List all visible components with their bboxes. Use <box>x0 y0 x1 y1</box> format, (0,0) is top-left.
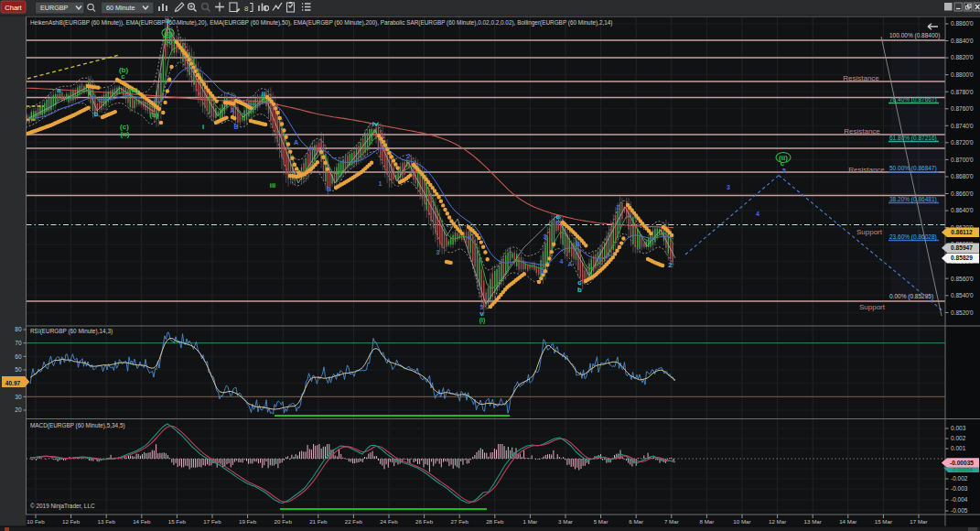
svg-text:0.85947: 0.85947 <box>951 244 973 251</box>
svg-text:-0.004: -0.004 <box>951 496 968 503</box>
svg-text:50.00% (0.86847): 50.00% (0.86847) <box>889 165 937 172</box>
svg-text:(a): (a) <box>129 86 138 94</box>
svg-text:Resistance: Resistance <box>843 74 879 82</box>
svg-text:0.8800'0: 0.8800'0 <box>951 71 974 78</box>
svg-text:A: A <box>230 107 234 114</box>
svg-text:4: 4 <box>756 211 759 217</box>
svg-text:a: a <box>57 86 61 94</box>
svg-text:70: 70 <box>15 340 22 346</box>
svg-text:-0.00054: -0.00054 <box>951 467 973 472</box>
svg-text:50: 50 <box>15 366 22 373</box>
svg-text:13 Mar: 13 Mar <box>804 518 822 525</box>
svg-text:21 Feb: 21 Feb <box>309 518 328 525</box>
svg-text:0.003: 0.003 <box>951 425 966 431</box>
svg-text:c: c <box>262 97 265 103</box>
svg-text:10 Feb: 10 Feb <box>27 518 45 525</box>
svg-text:76.40% (0.87667): 76.40% (0.87667) <box>889 96 937 103</box>
svg-text:1: 1 <box>616 204 619 211</box>
svg-text:100.00% (0.88400): 100.00% (0.88400) <box>889 32 940 39</box>
svg-text:Support: Support <box>859 303 886 311</box>
svg-text:2: 2 <box>541 268 544 275</box>
svg-text:8: 8 <box>244 5 249 13</box>
svg-text:RSI(EURGBP (60 Minute),14,3): RSI(EURGBP (60 Minute),14,3) <box>30 328 113 335</box>
svg-text:b: b <box>94 110 99 118</box>
svg-text:-0.005: -0.005 <box>951 507 968 514</box>
svg-text:c: c <box>89 90 92 96</box>
svg-text:0.8820'0: 0.8820'0 <box>951 54 974 60</box>
svg-text:60: 60 <box>15 353 22 360</box>
svg-text:0.8560'0: 0.8560'0 <box>951 276 974 282</box>
svg-text:7 Mar: 7 Mar <box>664 518 679 525</box>
svg-text:EURGBP: EURGBP <box>40 4 69 12</box>
svg-text:15 Feb: 15 Feb <box>168 518 187 525</box>
svg-text:10 Mar: 10 Mar <box>733 518 750 525</box>
svg-text:0.86112: 0.86112 <box>951 229 973 235</box>
svg-text:Resistance: Resistance <box>844 127 880 135</box>
svg-text:38.20% (0.86481): 38.20% (0.86481) <box>889 196 937 203</box>
svg-text:30: 30 <box>15 394 22 400</box>
svg-text:0.8700'0: 0.8700'0 <box>951 157 974 163</box>
svg-text:© 2019 NinjaTrader, LLC: © 2019 NinjaTrader, LLC <box>30 503 95 510</box>
svg-text:0.8520'0: 0.8520'0 <box>951 309 974 316</box>
svg-text:1: 1 <box>509 247 512 254</box>
svg-text:4: 4 <box>468 234 472 241</box>
svg-text:0.8760'0: 0.8760'0 <box>951 105 974 112</box>
svg-text:-0.002: -0.002 <box>951 475 968 482</box>
svg-text:15 Mar: 15 Mar <box>875 518 892 525</box>
svg-text:MACD(EURGBP (60 Minute),5,34,5: MACD(EURGBP (60 Minute),5,34,5) <box>30 422 125 429</box>
svg-text:80: 80 <box>15 326 22 332</box>
svg-text:13 Feb: 13 Feb <box>98 518 116 525</box>
svg-text:(z): (z) <box>165 30 172 38</box>
svg-text:HeikenAshi8(EURGBP (60 Minute): HeikenAshi8(EURGBP (60 Minute)), EMA(EUR… <box>30 19 612 27</box>
svg-text:B: B <box>327 186 331 192</box>
svg-text:0.8740'0: 0.8740'0 <box>951 123 974 129</box>
svg-text:Support: Support <box>856 228 883 236</box>
svg-text:(i): (i) <box>479 317 486 324</box>
svg-text:0.002: 0.002 <box>951 435 966 441</box>
svg-text:17 Mar: 17 Mar <box>910 518 927 525</box>
svg-text:iii: iii <box>270 181 276 190</box>
svg-text:61.80% (0.87216): 61.80% (0.87216) <box>889 135 937 142</box>
svg-text:28 Feb: 28 Feb <box>486 518 504 525</box>
svg-text:3: 3 <box>436 249 440 255</box>
svg-text:B: B <box>233 124 238 130</box>
svg-text:14 Mar: 14 Mar <box>839 518 856 525</box>
svg-text:14 Feb: 14 Feb <box>133 518 151 525</box>
svg-text:5: 5 <box>782 168 786 174</box>
svg-text:12 Mar: 12 Mar <box>769 518 786 525</box>
svg-text:5 Mar: 5 Mar <box>594 518 608 525</box>
svg-text:c: c <box>121 72 125 81</box>
svg-text:0.8540'0: 0.8540'0 <box>951 292 974 298</box>
svg-text:3: 3 <box>544 233 547 240</box>
svg-text:2: 2 <box>668 261 673 269</box>
svg-text:(x): (x) <box>121 130 130 138</box>
svg-text:0.00% (0.85295): 0.00% (0.85295) <box>889 293 933 300</box>
svg-text:2: 2 <box>407 153 411 159</box>
svg-text:3: 3 <box>727 184 730 190</box>
svg-text:0.8860'0: 0.8860'0 <box>951 20 974 27</box>
svg-text:5: 5 <box>555 220 559 226</box>
svg-text:26 Feb: 26 Feb <box>415 518 434 525</box>
svg-text:0.85829: 0.85829 <box>951 255 973 261</box>
svg-text:1: 1 <box>379 180 382 187</box>
svg-text:23.60% (0.86028): 23.60% (0.86028) <box>889 233 937 241</box>
svg-text:12 Feb: 12 Feb <box>62 518 81 525</box>
svg-text:-0.00035: -0.00035 <box>950 460 974 466</box>
svg-text:(b): (b) <box>149 111 159 119</box>
svg-text:Resistance: Resistance <box>848 166 885 174</box>
svg-text:27 Feb: 27 Feb <box>451 518 469 525</box>
svg-text:0.001: 0.001 <box>951 445 966 451</box>
svg-text:-0.003: -0.003 <box>951 485 968 492</box>
svg-text:4: 4 <box>560 258 564 265</box>
svg-text:6 Mar: 6 Mar <box>629 518 643 525</box>
svg-text:40.97: 40.97 <box>5 380 21 386</box>
svg-text:0.8660'0: 0.8660'0 <box>951 190 974 197</box>
svg-text:B: B <box>576 241 580 247</box>
svg-text:20 Feb: 20 Feb <box>275 518 293 525</box>
svg-text:0.8840'0: 0.8840'0 <box>951 38 974 44</box>
svg-text:0.8780'0: 0.8780'0 <box>951 89 974 95</box>
svg-text:17 Feb: 17 Feb <box>203 518 221 525</box>
svg-text:22 Feb: 22 Feb <box>345 518 363 525</box>
svg-text:A: A <box>294 139 298 146</box>
svg-text:b: b <box>577 286 582 294</box>
